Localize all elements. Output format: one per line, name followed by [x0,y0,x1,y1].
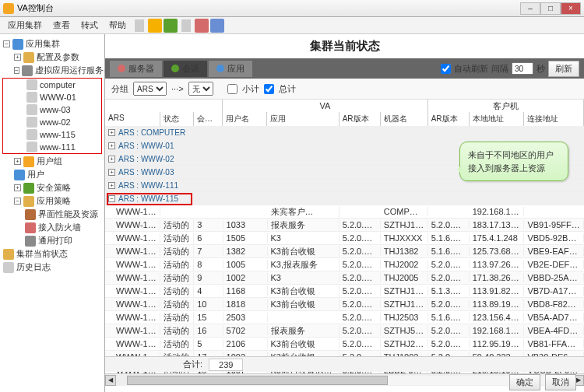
col-status[interactable]: 状态 [160,112,194,126]
col-app[interactable]: 应用 [267,112,339,126]
group-row[interactable]: −ARS : WWW-115 [105,192,584,205]
col-machine[interactable]: 机器名 [381,112,428,126]
col-local[interactable]: 本地地址 [470,112,525,126]
page-title: 集群当前状态 [105,34,584,58]
seconds-label: 秒 [537,63,545,75]
interval-input[interactable] [512,62,533,75]
table-row[interactable]: WWW-115活动的41168K3前台收银5.2.0.7194SZTHJ1168… [105,285,584,298]
refresh-button[interactable]: 刷新 [548,61,579,77]
toolbar-icon-2[interactable] [164,19,178,33]
interval-label: 间隔 [491,63,508,75]
menu-help[interactable]: 帮助 [104,18,131,33]
filter-bar: 分组 ARS ···> 无 小计 总计 [105,79,584,100]
annotation-callout: 来自于不同地区的用户 接入到服务器上资源 [459,142,568,181]
tab-servers[interactable]: 服务器 [110,61,162,77]
auto-refresh-checkbox[interactable] [441,64,451,74]
grid-header-top: VA 客户机 [105,100,584,112]
group-select-2[interactable]: 无 [188,82,213,96]
minimize-button[interactable]: – [520,2,540,15]
table-row[interactable]: WWW-115活动的31033报表服务5.2.0.7194SZTHJ10335.… [105,219,584,232]
group-select[interactable]: ARS [133,82,167,96]
menubar: 应用集群 查看 转式 帮助 [0,17,584,34]
total-checkbox[interactable] [264,84,274,94]
tree-vserver[interactable]: −虚拟应用运行服务器 [2,64,103,77]
table-row[interactable]: WWW-115活动的101818K3前台收银5.2.0.7194SZTHJ181… [105,298,584,311]
server-icon [118,65,125,72]
titlebar: VA控制台 – □ × [0,0,584,17]
toolbar-icon-3[interactable] [195,19,209,33]
total-label: 合计: [183,359,202,370]
tree-print[interactable]: 通用打印 [2,234,103,247]
tree-root[interactable]: −应用集群 [2,37,103,51]
menu-cluster[interactable]: 应用集群 [3,18,47,33]
subtotal-checkbox[interactable] [227,84,237,94]
maximize-button[interactable]: □ [540,2,561,15]
table-row[interactable]: WWW-115活动的61505K35.2.0.7194THJXXXX5.1.6.… [105,232,584,245]
tree-config[interactable]: +配置及参数 [2,51,103,64]
sidebar: −应用集群 +配置及参数 −虚拟应用运行服务器 computer WWW-01 … [0,34,105,392]
group-row[interactable]: +ARS : COMPUTER [105,126,584,139]
cancel-button[interactable]: 取消 [545,374,576,390]
auto-refresh-label: 自动刷新 [454,63,488,75]
tree-server-item[interactable]: www-111 [3,141,101,153]
col-ars[interactable]: ARS [105,112,160,126]
toolbar-icon-4[interactable] [210,19,224,33]
tree-server-item[interactable]: WWW-01 [3,91,101,103]
tree-server-item[interactable]: www-115 [3,128,101,141]
tree-appstrategy[interactable]: −应用策略 [2,194,103,208]
tree-users[interactable]: 用户 [2,168,103,181]
grid-footer: 合计: 239 [105,356,584,372]
tab-apps[interactable]: 应用 [209,61,252,77]
session-icon [171,65,179,72]
tree-firewall[interactable]: 接入防火墙 [2,221,103,234]
table-row[interactable]: WWW-115活动的81005K3,报表服务5.2.0.7194THJ20025… [105,258,584,271]
close-button[interactable]: × [561,2,581,15]
scroll-left-icon[interactable]: ◀ [105,375,116,386]
col-arver2[interactable]: AR版本 [428,112,470,126]
tree-log[interactable]: 历史日志 [2,261,103,274]
table-row[interactable]: WWW-115活动的52106K3前台收银5.2.0.7194SZTHJ2106… [105,338,584,351]
grid-header: ARS 状态 会话号 用户名 应用 AR版本 机器名 AR版本 本地地址 连接地… [105,112,584,126]
col-arver[interactable]: AR版本 [339,112,381,126]
app-tab-icon [216,65,224,72]
tree-server-item[interactable]: www-03 [3,103,101,116]
toolbar-icon-1[interactable] [148,19,162,33]
tree-security[interactable]: +安全策略 [2,181,103,194]
table-row[interactable]: WWW-115活动的71382K3前台收银5.2.0.7194THJ13825.… [105,245,584,258]
tree-perf[interactable]: 界面性能及资源 [2,208,103,221]
total-count: 239 [209,359,243,371]
tab-sessions[interactable]: 会话 [164,61,207,77]
arrow-label: ···> [171,84,184,93]
col-conn[interactable]: 连接地址 [524,112,584,126]
tree-server-item[interactable]: computer [3,79,101,91]
table-row[interactable]: WWW-115活动的91002K35.2.0.7194THJ20055.2.0.… [105,271,584,285]
table-row[interactable]: WWW-115活动的1525035.2.0.7194THJ25035.1.6.7… [105,311,584,324]
tree-usergroup[interactable]: +用户组 [2,155,103,168]
menu-view[interactable]: 查看 [48,18,75,33]
window-title: VA控制台 [17,2,520,14]
group-label: 分组 [111,83,128,95]
ok-button[interactable]: 确定 [509,374,540,390]
nav-tree: −应用集群 +配置及参数 −虚拟应用运行服务器 computer WWW-01 … [0,34,104,277]
col-session[interactable]: 会话号 [194,112,223,126]
table-row[interactable]: WWW-115来宾客户…COMPUTER192.168.1.253 [105,205,584,219]
menu-convert[interactable]: 转式 [76,18,103,33]
col-user[interactable]: 用户名 [223,112,267,126]
scroll-thumb[interactable] [127,376,388,385]
content-area: 集群当前状态 服务器 会话 应用 自动刷新 间隔 秒 刷新 分组 ARS ···… [105,34,584,392]
tree-server-item[interactable]: www-02 [3,116,101,128]
tree-status[interactable]: 集群当前状态 [2,247,103,261]
table-row[interactable]: WWW-115活动的165702报表服务5.2.0.7194SZTHJ57025… [105,324,584,338]
tabs-bar: 服务器 会话 应用 自动刷新 间隔 秒 刷新 [105,58,584,79]
app-icon [3,3,14,14]
